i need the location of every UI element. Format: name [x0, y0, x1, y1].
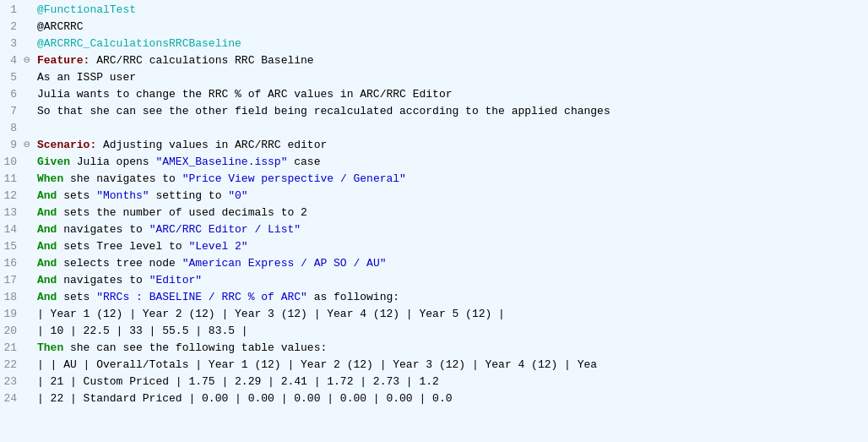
code-line: 23 | 21 | Custom Priced | 1.75 | 2.29 | … — [0, 374, 868, 390]
code-segment: "0" — [228, 189, 247, 202]
line-content: And selects tree node "American Express … — [35, 255, 868, 272]
code-line: 8 — [0, 120, 868, 137]
code-line: 7 So that she can see the other field be… — [0, 103, 868, 120]
line-content: @ARCRRC — [35, 19, 868, 35]
code-segment: "RRCs : BASELINE / RRC % of ARC" — [96, 291, 307, 303]
line-content: | 10 | 22.5 | 33 | 55.5 | 83.5 | — [35, 323, 868, 340]
line-number: 14 — [0, 221, 24, 238]
code-segment: Then — [37, 341, 63, 354]
line-number: 20 — [0, 323, 24, 340]
code-segment: | 10 | 22.5 | 33 | 55.5 | 83.5 | — [37, 325, 248, 337]
line-number: 6 — [0, 86, 24, 103]
code-segment: And — [37, 189, 57, 202]
code-line: 9⊖ Scenario: Adjusting values in ARC/RRC… — [0, 137, 868, 154]
code-segment: And — [37, 291, 57, 303]
code-line: 16 And selects tree node "American Expre… — [0, 255, 868, 272]
line-content: As an ISSP user — [35, 69, 868, 86]
line-number: 2 — [0, 19, 24, 35]
code-segment: Given — [37, 156, 70, 168]
code-segment: "Price View perspective / General" — [182, 172, 406, 185]
line-number: 19 — [0, 306, 24, 323]
line-number: 9 — [0, 137, 24, 154]
line-content: @FunctionalTest — [35, 2, 868, 19]
code-segment: Julia wants to change the RRC % of ARC v… — [37, 88, 452, 101]
line-content: @ARCRRC_CalculationsRRCBaseline — [35, 35, 868, 52]
line-number: 12 — [0, 188, 24, 205]
code-segment: And — [37, 223, 57, 236]
code-line: 22 | | AU | Overall/Totals | Year 1 (12)… — [0, 357, 868, 374]
code-line: 4⊖Feature: ARC/RRC calculations RRC Base… — [0, 52, 868, 69]
code-segment: As an ISSP user — [37, 71, 136, 84]
code-segment: Julia opens — [70, 156, 155, 168]
code-line: 3@ARCRRC_CalculationsRRCBaseline — [0, 35, 868, 52]
code-line: 17 And navigates to "Editor" — [0, 272, 868, 289]
code-segment: "Level 2" — [188, 240, 247, 253]
code-segment: @FunctionalTest — [37, 3, 136, 16]
code-line: 11 When she navigates to "Price View per… — [0, 171, 868, 188]
code-line: 20 | 10 | 22.5 | 33 | 55.5 | 83.5 | — [0, 323, 868, 340]
code-segment: Adjusting values in ARC/RRC editor — [103, 139, 327, 151]
line-content: | | AU | Overall/Totals | Year 1 (12) | … — [35, 357, 868, 374]
code-segment: selects tree node — [57, 257, 182, 270]
line-content: | 22 | Standard Priced | 0.00 | 0.00 | 0… — [35, 390, 868, 407]
code-segment: So that she can see the other field bein… — [37, 105, 610, 117]
code-line: 18 And sets "RRCs : BASELINE / RRC % of … — [0, 289, 868, 306]
line-number: 18 — [0, 289, 24, 306]
line-number: 23 — [0, 374, 24, 390]
line-content: And navigates to "Editor" — [35, 272, 868, 289]
line-content: And sets "Months" setting to "0" — [35, 188, 868, 205]
line-number: 5 — [0, 69, 24, 86]
line-number: 16 — [0, 255, 24, 272]
code-segment: And — [37, 240, 57, 253]
line-content: When she navigates to "Price View perspe… — [35, 171, 868, 188]
code-segment: | | AU | Overall/Totals | Year 1 (12) | … — [37, 358, 597, 371]
line-content: Julia wants to change the RRC % of ARC v… — [35, 86, 868, 103]
code-segment: ARC/RRC calculations RRC Baseline — [96, 54, 313, 67]
line-content: And sets Tree level to "Level 2" — [35, 238, 868, 255]
line-content: Feature: ARC/RRC calculations RRC Baseli… — [35, 52, 868, 69]
code-line: 6 Julia wants to change the RRC % of ARC… — [0, 86, 868, 103]
line-content: And sets the number of used decimals to … — [35, 205, 868, 221]
line-content: Given Julia opens "AMEX_Baseline.issp" c… — [35, 154, 868, 171]
line-marker: ⊖ — [24, 52, 35, 69]
line-content: | Year 1 (12) | Year 2 (12) | Year 3 (12… — [35, 306, 868, 323]
code-line: 24 | 22 | Standard Priced | 0.00 | 0.00 … — [0, 390, 868, 407]
code-line: 2@ARCRRC — [0, 19, 868, 35]
line-number: 10 — [0, 154, 24, 171]
line-number: 17 — [0, 272, 24, 289]
code-line: 21 Then she can see the following table … — [0, 340, 868, 357]
code-segment: @ARCRRC_CalculationsRRCBaseline — [37, 37, 241, 50]
code-segment: And — [37, 206, 57, 219]
code-segment: And — [37, 274, 57, 286]
code-segment: case — [287, 156, 320, 168]
code-line: 1@FunctionalTest — [0, 2, 868, 19]
code-segment: @ARCRRC — [37, 20, 84, 33]
code-line: 14 And navigates to "ARC/RRC Editor / Li… — [0, 221, 868, 238]
code-segment: sets the number of used decimals to 2 — [57, 206, 307, 219]
line-content: | 21 | Custom Priced | 1.75 | 2.29 | 2.4… — [35, 374, 868, 390]
code-segment: Scenario: — [37, 139, 103, 151]
line-number: 4 — [0, 52, 24, 69]
line-number: 1 — [0, 2, 24, 19]
code-line: 15 And sets Tree level to "Level 2" — [0, 238, 868, 255]
line-content: So that she can see the other field bein… — [35, 103, 868, 120]
code-segment: sets Tree level to — [57, 240, 188, 253]
line-number: 15 — [0, 238, 24, 255]
code-segment: she can see the following table values: — [63, 341, 327, 354]
line-number: 7 — [0, 103, 24, 120]
code-segment: "AMEX_Baseline.issp" — [155, 156, 287, 168]
code-segment: sets — [57, 189, 96, 202]
line-content: Scenario: Adjusting values in ARC/RRC ed… — [35, 137, 868, 154]
line-number: 22 — [0, 357, 24, 374]
code-segment: sets — [57, 291, 96, 303]
code-line: 10 Given Julia opens "AMEX_Baseline.issp… — [0, 154, 868, 171]
code-segment: | 21 | Custom Priced | 1.75 | 2.29 | 2.4… — [37, 375, 439, 388]
line-marker: ⊖ — [24, 137, 35, 154]
line-number: 3 — [0, 35, 24, 52]
code-line: 12 And sets "Months" setting to "0" — [0, 188, 868, 205]
line-content: And navigates to "ARC/RRC Editor / List" — [35, 221, 868, 238]
line-number: 24 — [0, 390, 24, 407]
code-line: 13 And sets the number of used decimals … — [0, 205, 868, 221]
code-segment: she navigates to — [63, 172, 182, 185]
code-segment: | 22 | Standard Priced | 0.00 | 0.00 | 0… — [37, 392, 452, 405]
